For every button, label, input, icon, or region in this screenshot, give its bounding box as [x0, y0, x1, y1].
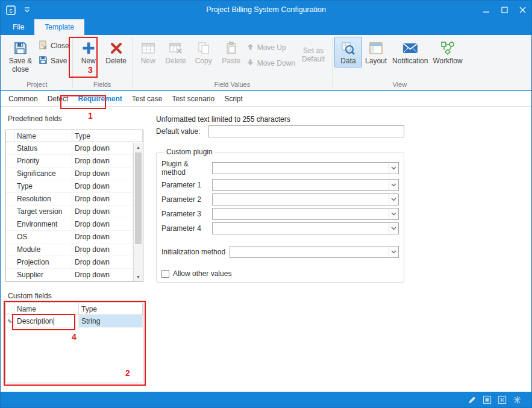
move-up-button: Move Up: [246, 43, 295, 52]
chevron-down-icon[interactable]: [389, 246, 398, 257]
column-header-name[interactable]: Name: [14, 303, 79, 315]
save-button[interactable]: Save: [39, 55, 69, 66]
close-button[interactable]: [513, 1, 531, 19]
combo-box[interactable]: [212, 208, 399, 220]
tab-template[interactable]: Template: [34, 19, 84, 35]
tab-test-case[interactable]: Test case: [127, 95, 167, 103]
chevron-down-icon[interactable]: [389, 180, 398, 190]
maximize-button[interactable]: [495, 1, 513, 19]
field-type-cell[interactable]: Drop down: [72, 142, 133, 154]
chevron-down-icon[interactable]: [23, 7, 31, 13]
status-edit-pen-icon[interactable]: [468, 395, 477, 404]
table-row[interactable]: Priority Drop down: [6, 155, 133, 168]
close-template-button[interactable]: Close: [39, 40, 69, 51]
save-and-close-button[interactable]: Save & close: [4, 37, 37, 76]
field-name-cell[interactable]: OS: [14, 231, 72, 243]
allow-other-values-checkbox[interactable]: [161, 270, 169, 278]
field-name-cell[interactable]: Resolution: [14, 193, 72, 205]
tab-script[interactable]: Script: [219, 95, 248, 103]
svg-text:c: c: [10, 7, 13, 14]
combo-box[interactable]: [212, 193, 399, 206]
window-title: Project Billing System Configuration: [1, 5, 531, 14]
table-grid-icon: [141, 40, 155, 56]
chevron-down-icon[interactable]: [389, 194, 398, 205]
field-name-cell[interactable]: Type: [14, 180, 72, 192]
field-type-cell[interactable]: Drop down: [72, 180, 133, 192]
custom-fields-table[interactable]: Name Type ✎ Description String: [5, 303, 143, 383]
table-row[interactable]: Significance Drop down: [6, 168, 133, 180]
plugin-combo-row: Parameter 3: [161, 208, 399, 220]
field-type-cell[interactable]: Drop down: [72, 193, 133, 205]
chevron-down-icon[interactable]: [389, 163, 398, 174]
tab-file[interactable]: File: [2, 19, 34, 35]
scroll-up-button[interactable]: ▲: [134, 143, 143, 152]
field-name-cell[interactable]: Module: [14, 243, 72, 256]
tab-test-scenario[interactable]: Test scenario: [167, 95, 219, 103]
tab-requirement[interactable]: Requirement: [73, 95, 127, 103]
field-name-cell[interactable]: Supplier: [14, 269, 72, 281]
table-row[interactable]: Target version Drop down: [6, 206, 133, 218]
minimize-button[interactable]: [477, 1, 495, 19]
default-value-input[interactable]: [208, 125, 404, 137]
status-asterisk-icon[interactable]: [513, 395, 522, 404]
field-name-cell[interactable]: Significance: [14, 168, 72, 180]
field-name-cell[interactable]: Environment: [14, 218, 72, 230]
table-row[interactable]: OS Drop down: [6, 231, 133, 243]
table-row[interactable]: Type Drop down: [6, 180, 133, 193]
status-close-frame-icon[interactable]: [498, 395, 507, 404]
ribbon-group-project: Save & close Close Save Project: [2, 35, 72, 90]
main-content: Common Defect Requirement Test case Test…: [1, 91, 531, 392]
delete-field-button[interactable]: Delete: [102, 37, 130, 67]
delete-x-icon: [110, 40, 123, 56]
scroll-down-button[interactable]: ▼: [134, 272, 143, 281]
set-as-default-button: Set as Default: [296, 37, 330, 66]
column-header-type[interactable]: Type: [79, 303, 143, 315]
column-header-name[interactable]: Name: [14, 130, 72, 142]
field-type-cell[interactable]: Drop down: [72, 269, 133, 281]
column-header-type[interactable]: Type: [72, 130, 143, 142]
status-bar: [1, 392, 531, 407]
field-name-cell[interactable]: Projection: [14, 256, 72, 268]
combo-box[interactable]: [212, 222, 399, 234]
tab-defect[interactable]: Defect: [43, 95, 74, 103]
field-type-cell[interactable]: Drop down: [72, 218, 133, 230]
new-field-button[interactable]: New: [75, 37, 102, 67]
custom-field-name-input[interactable]: Description: [14, 315, 79, 327]
combo-box[interactable]: [212, 162, 399, 174]
table-row[interactable]: Module Drop down: [6, 243, 133, 256]
view-notification-button[interactable]: Notification: [390, 37, 430, 67]
tab-common[interactable]: Common: [4, 95, 43, 103]
custom-plugin-group: Custom plugin Plugin & method Parameter …: [156, 148, 404, 283]
field-type-cell[interactable]: Drop down: [72, 243, 133, 256]
view-layout-button[interactable]: Layout: [362, 37, 390, 67]
status-frame-icon[interactable]: [483, 395, 492, 404]
table-row[interactable]: Resolution Drop down: [6, 193, 133, 206]
scrollbar-track[interactable]: [134, 152, 143, 272]
combo-box[interactable]: [212, 179, 399, 191]
field-type-cell[interactable]: Drop down: [72, 206, 133, 218]
plugin-combo-row: Parameter 2: [161, 193, 399, 206]
scrollbar-thumb[interactable]: [135, 152, 142, 244]
field-name-cell[interactable]: Priority: [14, 155, 72, 167]
initialization-method-combo[interactable]: [230, 246, 399, 258]
combo-label: Parameter 1: [161, 181, 212, 189]
field-type-cell[interactable]: Drop down: [72, 231, 133, 243]
view-data-button[interactable]: Data: [334, 37, 362, 67]
table-row[interactable]: Status Drop down: [6, 142, 133, 155]
table-row[interactable]: Projection Drop down: [6, 256, 133, 269]
field-name-cell[interactable]: Target version: [14, 206, 72, 218]
view-workflow-button[interactable]: Workflow: [430, 37, 465, 67]
field-type-cell[interactable]: Drop down: [72, 155, 133, 167]
chevron-down-icon[interactable]: [389, 209, 398, 219]
table-row[interactable]: Environment Drop down: [6, 218, 133, 231]
table-row[interactable]: Supplier Drop down: [6, 269, 133, 281]
delete-value-button: Delete: [162, 37, 190, 67]
field-type-cell[interactable]: Drop down: [72, 256, 133, 268]
custom-field-type-cell[interactable]: String: [79, 315, 143, 327]
field-type-cell[interactable]: Drop down: [72, 168, 133, 180]
table-row-editing[interactable]: ✎ Description String: [6, 315, 143, 328]
chevron-down-icon[interactable]: [389, 223, 398, 234]
field-name-cell[interactable]: Status: [14, 142, 72, 154]
vertical-scrollbar[interactable]: ▲ ▼: [133, 143, 143, 281]
paste-button: Paste: [217, 37, 245, 67]
